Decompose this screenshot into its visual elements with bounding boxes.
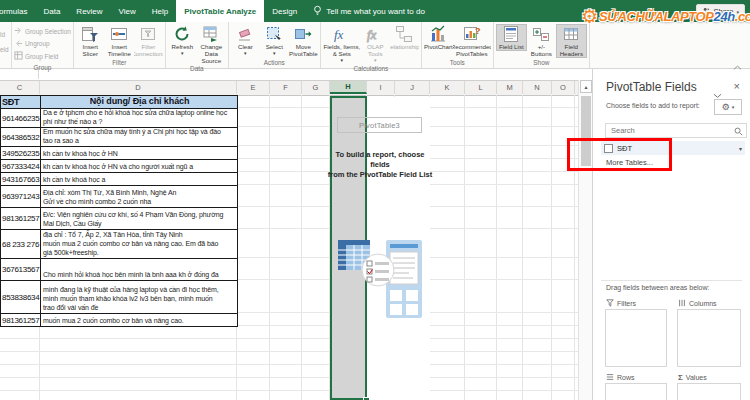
- column-header-k[interactable]: K: [430, 80, 465, 94]
- cell-phone[interactable]: 961466235: [0, 108, 40, 127]
- button-relationships[interactable]: Relationships: [390, 24, 419, 51]
- tab-data[interactable]: Data: [35, 0, 68, 22]
- ribbon: ld eld Group SelectionUngroupGroup Field…: [0, 22, 750, 69]
- button-insert-timeline[interactable]: Insert Timeline: [105, 24, 134, 58]
- button-label: OLAP Tools: [361, 43, 390, 57]
- pane-gear-button[interactable]: ⚙▾: [714, 99, 742, 115]
- cell-phone[interactable]: 964386532: [0, 127, 40, 146]
- pane-close-icon[interactable]: ×: [734, 80, 740, 92]
- button-label: Ungroup: [25, 40, 50, 49]
- button-field-list[interactable]: Field List: [496, 24, 527, 51]
- header-cell-content[interactable]: Nội dung/ Địa chỉ khách: [40, 95, 237, 108]
- button-fields-items-sets[interactable]: fxFields, Items, & Sets▾: [323, 24, 361, 64]
- button-buttons[interactable]: +/- Buttons: [527, 24, 556, 58]
- button-label: Insert Slicer: [76, 43, 105, 57]
- ribbon-group-tools: PivotChart?Recommended PivotTablesTools: [422, 22, 494, 68]
- tab-pivottable-analyze[interactable]: PivotTable Analyze: [176, 0, 264, 22]
- cell-phone[interactable]: 981361257: [0, 207, 40, 229]
- column-header-j[interactable]: J: [395, 80, 430, 94]
- button-clear[interactable]: Clear▾: [231, 24, 260, 58]
- button-group-selection[interactable]: Group Selection: [14, 26, 71, 38]
- column-header-c[interactable]: C: [0, 80, 40, 94]
- button-label: Group Selection: [25, 28, 71, 37]
- field-search-box[interactable]: [605, 123, 747, 138]
- cell-content[interactable]: kh cần tv khoá học ở HN: [40, 146, 237, 159]
- cell-phone[interactable]: 367613567: [0, 258, 40, 280]
- values-drop-zone[interactable]: [677, 383, 741, 400]
- values-area-label: Σ Values: [678, 373, 707, 382]
- button-change-data-source[interactable]: Change Data Source▾: [197, 24, 226, 64]
- column-header-d[interactable]: D: [40, 80, 237, 94]
- cell-phone[interactable]: 68 233 276: [0, 229, 40, 258]
- cell-phone[interactable]: 853838634: [0, 280, 40, 313]
- cell-content[interactable]: kh cần tv khoá học ở HN và cho người xuấ…: [40, 159, 237, 172]
- column-header-e[interactable]: E: [237, 80, 270, 94]
- button-field-headers[interactable]: Field Headers: [556, 24, 587, 58]
- formula-bar[interactable]: [0, 68, 592, 81]
- ungroup-icon: [14, 39, 23, 51]
- column-header-i[interactable]: I: [367, 80, 395, 94]
- table-row: 853838634mình đang là kỹ thuật của hàng …: [0, 280, 237, 313]
- cell-phone[interactable]: 963971243: [0, 185, 40, 207]
- cell-phone[interactable]: 349526235: [0, 146, 40, 159]
- ribbon-group-data: Refresh▾Change Data Source▾Data: [166, 22, 229, 68]
- cell-content[interactable]: Da e ở tphcm cho e hỏi khoá học sửa chữa…: [40, 108, 237, 127]
- button-recommended-pivottables[interactable]: ?Recommended PivotTables: [453, 24, 491, 58]
- cell-phone[interactable]: 967333424: [0, 159, 40, 172]
- column-header-l[interactable]: L: [465, 80, 497, 94]
- ribbon-group-cutoff: ld eld: [0, 22, 12, 68]
- button-label: Filter Connections: [134, 43, 163, 57]
- tab-help[interactable]: Help: [144, 0, 176, 22]
- column-header-h[interactable]: H: [330, 80, 367, 94]
- cell-content[interactable]: muốn mua 2 cuốn combo cơ bản và nâng cao…: [40, 313, 237, 326]
- cell-content[interactable]: Em muốn hc sửa chữa máy tính ý a Chi phí…: [40, 127, 237, 146]
- column-header-m[interactable]: M: [497, 80, 523, 94]
- button-ungroup[interactable]: Ungroup: [14, 39, 50, 51]
- tell-me-box[interactable]: Tell me what you want to do: [305, 0, 433, 22]
- table-row: 967333424kh cần tv khoá học ở HN và cho …: [0, 159, 237, 172]
- field-dropdown-icon[interactable]: ▾: [739, 145, 742, 152]
- table-row: 964386532Em muốn hc sửa chữa máy tính ý …: [0, 127, 237, 146]
- filters-drop-zone[interactable]: [605, 309, 667, 367]
- button-move-pivottable[interactable]: Move PivotTable: [289, 24, 318, 58]
- tab-view[interactable]: View: [111, 0, 144, 22]
- worksheet-grid[interactable]: CDEFGHIJKLMNO PivotTable3 To build a rep…: [0, 80, 578, 400]
- cell-content[interactable]: mình đang là kỹ thuật của hàng laptop và…: [40, 280, 237, 313]
- search-input[interactable]: [609, 125, 734, 136]
- cell-phone[interactable]: 981361257: [0, 313, 40, 326]
- button-label: Select: [266, 43, 283, 50]
- tab-review[interactable]: Review: [68, 0, 110, 22]
- button-select[interactable]: Select▾: [260, 24, 289, 58]
- vertical-scrollbar[interactable]: ▲: [578, 80, 592, 400]
- cell-phone[interactable]: 943167663: [0, 172, 40, 185]
- header-cell-phone[interactable]: SĐT: [0, 95, 40, 108]
- collapse-ribbon-icon[interactable]: [733, 57, 742, 75]
- cell-content[interactable]: Cho mình hỏi khoá học bên mình là bnh aa…: [40, 258, 237, 280]
- button-refresh[interactable]: Refresh▾: [168, 24, 197, 58]
- cell-content[interactable]: Đ/c: Viện nghiên cứu cơ khí, số 4 Phạm V…: [40, 207, 237, 229]
- tab-design[interactable]: Design: [264, 0, 305, 22]
- share-button[interactable]: Share ▾: [696, 4, 745, 19]
- table-header-row: SĐTNội dung/ Địa chỉ khách: [0, 95, 237, 108]
- columns-drop-zone[interactable]: [677, 309, 741, 367]
- column-header-g[interactable]: G: [302, 80, 330, 94]
- button-filter-connections[interactable]: Filter Connections: [134, 24, 163, 58]
- cell-content[interactable]: kh cần tv khoá học a: [40, 172, 237, 185]
- column-header-o[interactable]: O: [552, 80, 575, 94]
- button-label: Field List: [499, 43, 524, 50]
- rows-drop-zone[interactable]: [605, 383, 667, 400]
- ribbon-group-label: Show: [496, 58, 587, 68]
- button-insert-slicer[interactable]: Insert Slicer: [76, 24, 105, 58]
- column-header-f[interactable]: F: [270, 80, 302, 94]
- scroll-up-icon[interactable]: ▲: [580, 80, 592, 93]
- button-label: Insert Timeline: [105, 43, 134, 57]
- timeline-icon: [110, 25, 128, 43]
- tab-formulas[interactable]: ormulas: [0, 0, 35, 22]
- button-olap-tools[interactable]: fxOLAP Tools▾: [361, 24, 390, 64]
- cell-content[interactable]: địa chỉ : Tổ 7, Ấp 2, Xã Tân Hòa, tỉnh T…: [40, 229, 237, 258]
- button-pivotchart[interactable]: PivotChart: [424, 24, 453, 51]
- button-group-field[interactable]: Group Field: [14, 51, 58, 63]
- cell-content[interactable]: Địa chỉ: xóm Thị Tứ, Xã Bình Minh, Nghệ …: [40, 185, 237, 207]
- column-header-n[interactable]: N: [523, 80, 552, 94]
- menu-caret-icon: ▾: [341, 57, 344, 64]
